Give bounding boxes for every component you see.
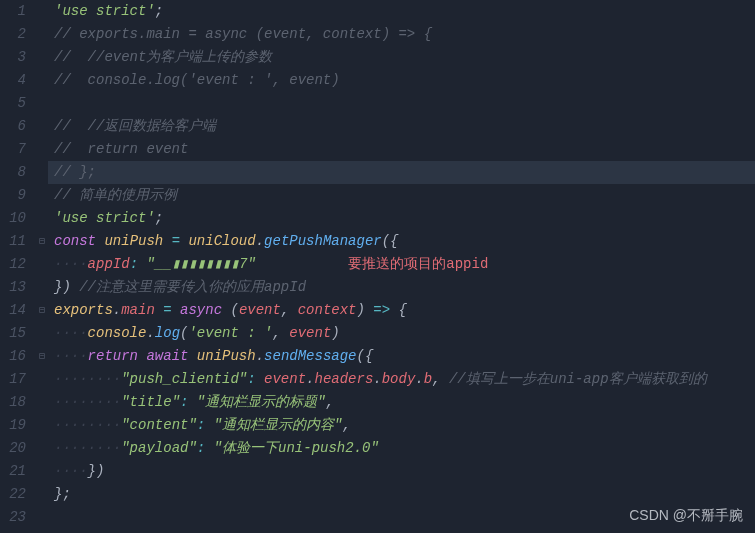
code-line[interactable]: // //event为客户端上传的参数 (48, 46, 755, 69)
code-line[interactable]: ········"content": "通知栏显示的内容", (48, 414, 755, 437)
token: , (342, 417, 350, 433)
line-number: 6 (0, 115, 26, 138)
code-line[interactable]: ····}) (48, 460, 755, 483)
code-line[interactable]: 'use strict'; (48, 0, 755, 23)
code-line[interactable]: const uniPush = uniCloud.getPushManager(… (48, 230, 755, 253)
code-line[interactable]: }) //注意这里需要传入你的应用appId (48, 276, 755, 299)
fold-spacer (36, 253, 48, 276)
fold-spacer (36, 414, 48, 437)
token: , (432, 371, 449, 387)
line-number: 13 (0, 276, 26, 299)
token: . (113, 302, 121, 318)
token: exports (54, 302, 113, 318)
token: headers (314, 371, 373, 387)
code-line[interactable]: // console.log('event : ', event) (48, 69, 755, 92)
token: }) (54, 279, 79, 295)
token: , (281, 302, 298, 318)
token: ···· (54, 325, 88, 341)
token: "体验一下uni-push2.0" (214, 440, 379, 456)
code-line[interactable]: ····return await uniPush.sendMessage({ (48, 345, 755, 368)
code-line[interactable]: }; (48, 483, 755, 506)
token: . (415, 371, 423, 387)
token: 返回数据给客户端 (104, 118, 216, 134)
token: "通知栏显示的标题" (197, 394, 326, 410)
fold-spacer (36, 368, 48, 391)
token: , (326, 394, 334, 410)
token: // }; (54, 164, 96, 180)
token: ; (155, 210, 163, 226)
fold-toggle-icon[interactable]: ⊟ (36, 230, 48, 253)
line-number: 11 (0, 230, 26, 253)
token (172, 302, 180, 318)
token: event (289, 325, 331, 341)
line-number: 23 (0, 506, 26, 529)
fold-spacer (36, 138, 48, 161)
token: "__▮▮▮▮▮▮▮▮7" (146, 256, 255, 272)
code-line[interactable]: // exports.main = async (event, context)… (48, 23, 755, 46)
token: // // (54, 118, 104, 134)
token: 简单的使用示例 (79, 187, 177, 203)
fold-spacer (36, 46, 48, 69)
token: console (88, 325, 147, 341)
token: 'use strict' (54, 210, 155, 226)
token (205, 440, 213, 456)
token (256, 371, 264, 387)
token: ; (155, 3, 163, 19)
code-line[interactable]: ········"payload": "体验一下uni-push2.0" (48, 437, 755, 460)
code-line[interactable]: // 简单的使用示例 (48, 184, 755, 207)
token: async (180, 302, 222, 318)
line-number: 8 (0, 161, 26, 184)
code-line[interactable] (48, 92, 755, 115)
fold-spacer (36, 0, 48, 23)
token: = (172, 233, 180, 249)
code-line[interactable]: ····appId: "__▮▮▮▮▮▮▮▮7" 要推送的项目的appid (48, 253, 755, 276)
line-number: 16 (0, 345, 26, 368)
fold-column[interactable]: ⊟⊟⊟ (36, 0, 48, 529)
line-number: 1 (0, 0, 26, 23)
line-number-gutter: 1234567891011121314151617181920212223 (0, 0, 36, 529)
token: body (382, 371, 416, 387)
code-line[interactable]: exports.main = async (event, context) =>… (48, 299, 755, 322)
code-line[interactable]: 'use strict'; (48, 207, 755, 230)
fold-toggle-icon[interactable]: ⊟ (36, 299, 48, 322)
fold-spacer (36, 322, 48, 345)
token: = (163, 302, 171, 318)
token: appId (264, 279, 306, 295)
fold-toggle-icon[interactable]: ⊟ (36, 345, 48, 368)
line-number: 7 (0, 138, 26, 161)
fold-spacer (36, 506, 48, 529)
token: ( (222, 302, 239, 318)
token: await (146, 348, 188, 364)
token: 要推送的项目的appid (348, 256, 488, 272)
token (188, 348, 196, 364)
line-number: 10 (0, 207, 26, 230)
token: context (298, 302, 357, 318)
token: uni-app (550, 371, 609, 387)
token: ········ (54, 440, 121, 456)
line-number: 22 (0, 483, 26, 506)
token: : (197, 417, 205, 433)
token: ········ (54, 394, 121, 410)
token: // exports.main = async (event, context)… (54, 26, 432, 42)
line-number: 5 (0, 92, 26, 115)
token: // console.log('event : ', event) (54, 72, 340, 88)
line-number: 12 (0, 253, 26, 276)
token: 'event : ' (188, 325, 272, 341)
code-line[interactable]: ····console.log('event : ', event) (48, 322, 755, 345)
token: ( (357, 348, 365, 364)
token: , (272, 325, 289, 341)
token (155, 302, 163, 318)
token: "title" (121, 394, 180, 410)
code-editor[interactable]: 1234567891011121314151617181920212223 ⊟⊟… (0, 0, 755, 529)
token: { (390, 233, 398, 249)
fold-spacer (36, 460, 48, 483)
token: ···· (54, 348, 88, 364)
code-line[interactable]: // //返回数据给客户端 (48, 115, 755, 138)
code-line[interactable]: ········"push_clientid": event.headers.b… (48, 368, 755, 391)
code-line[interactable]: // return event (48, 138, 755, 161)
code-line[interactable]: ········"title": "通知栏显示的标题", (48, 391, 755, 414)
code-area[interactable]: 'use strict';// exports.main = async (ev… (48, 0, 755, 529)
code-line[interactable]: // }; (48, 161, 755, 184)
fold-spacer (36, 161, 48, 184)
token: . (373, 371, 381, 387)
